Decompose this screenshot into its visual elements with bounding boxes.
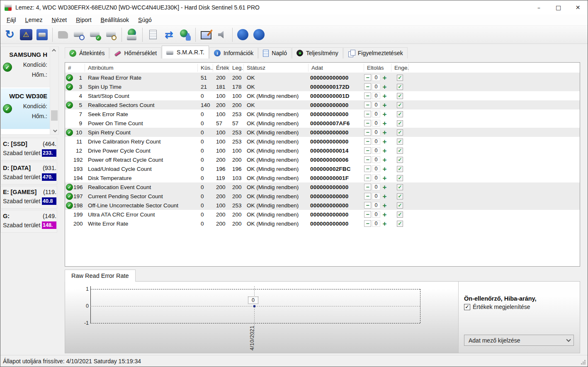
menu-item[interactable]: Fájl <box>2 15 21 25</box>
offset-decrease-button[interactable]: − <box>364 129 371 136</box>
offset-increase-button[interactable]: + <box>381 211 388 218</box>
col-header-offset[interactable]: Eltolás <box>364 64 391 72</box>
data-field-dropdown[interactable]: Adat mező kijelzése <box>464 335 574 346</box>
enabled-checkbox[interactable] <box>397 221 403 227</box>
offset-decrease-button[interactable]: − <box>364 83 371 90</box>
disk-search-button[interactable] <box>103 27 119 43</box>
scrollbar-thumb[interactable] <box>51 110 58 121</box>
offset-increase-button[interactable]: + <box>381 92 388 99</box>
minimize-button[interactable]: – <box>529 0 549 15</box>
smart-attribute-row[interactable]: 196 Reallocation Event Count 0 200 200 O… <box>65 182 580 192</box>
col-header-status[interactable]: Státusz <box>244 64 309 72</box>
offset-decrease-button[interactable]: − <box>364 211 371 218</box>
report-button[interactable] <box>145 27 161 43</box>
enabled-checkbox[interactable] <box>397 139 403 145</box>
col-header-attribute[interactable]: Attribútum <box>85 64 198 72</box>
menu-item[interactable]: Riport <box>71 15 96 25</box>
offset-increase-button[interactable]: + <box>381 102 388 108</box>
scroll-down-icon[interactable] <box>50 127 58 134</box>
smart-attribute-row[interactable]: 199 Ultra ATA CRC Error Count 0 200 200 … <box>65 210 580 219</box>
enabled-checkbox[interactable] <box>397 193 403 199</box>
tab[interactable]: Hőmérséklet <box>109 47 161 58</box>
partition-item[interactable]: D: [DATA] (931. Szabad terület 470. <box>0 162 57 185</box>
show-values-option[interactable]: Értékek megjelenítése <box>464 304 580 310</box>
tab[interactable]: Teljesítmény <box>292 47 343 58</box>
offset-increase-button[interactable]: + <box>381 184 388 190</box>
smart-attribute-row[interactable]: 4 Start/Stop Count 0 100 100 OK (Mindig … <box>65 91 580 100</box>
menu-item[interactable]: Súgó <box>134 15 156 25</box>
tab[interactable]: Információk <box>209 47 258 58</box>
partition-item[interactable]: G: (149. Szabad terület 148. <box>0 210 57 233</box>
enabled-checkbox[interactable] <box>397 84 403 90</box>
enabled-checkbox[interactable] <box>397 93 403 99</box>
enabled-checkbox[interactable] <box>397 120 403 126</box>
disk-card-button[interactable] <box>34 27 50 43</box>
smart-attribute-row[interactable]: 7 Seek Error Rate 0 100 253 OK (Mindig r… <box>65 109 580 119</box>
offset-increase-button[interactable]: + <box>381 83 388 90</box>
smart-attribute-row[interactable]: 194 Disk Temperature 0 119 103 OK (Mindi… <box>65 173 580 182</box>
offset-decrease-button[interactable]: − <box>364 102 371 108</box>
offset-decrease-button[interactable]: − <box>364 92 371 99</box>
smart-attribute-row[interactable]: 12 Drive Power Cycle Count 0 100 100 OK … <box>65 146 580 155</box>
col-header-worst[interactable]: Leg... <box>229 64 244 72</box>
offset-increase-button[interactable]: + <box>381 175 388 181</box>
enabled-checkbox[interactable] <box>397 211 403 218</box>
smart-attribute-row[interactable]: 200 Write Error Rate 0 200 200 OK (Mindi… <box>65 219 580 228</box>
offset-increase-button[interactable]: + <box>381 111 388 117</box>
offset-decrease-button[interactable]: − <box>364 202 371 209</box>
sound-button[interactable] <box>214 27 230 43</box>
globe-user-button[interactable] <box>177 27 193 43</box>
resize-grip-icon[interactable] <box>581 360 586 365</box>
offset-increase-button[interactable]: + <box>381 74 388 81</box>
enabled-checkbox[interactable] <box>397 157 403 163</box>
enabled-checkbox[interactable] <box>397 102 403 108</box>
offset-decrease-button[interactable]: − <box>364 74 371 81</box>
smart-attribute-row[interactable]: 198 Off-Line Uncorrectable Sector Count … <box>65 201 580 210</box>
offset-decrease-button[interactable]: − <box>364 156 371 163</box>
offset-decrease-button[interactable]: − <box>364 175 371 181</box>
offset-decrease-button[interactable]: − <box>364 120 371 126</box>
menu-item[interactable]: Nézet <box>47 15 72 25</box>
offset-increase-button[interactable]: + <box>381 147 388 154</box>
enabled-checkbox[interactable] <box>397 202 403 209</box>
smart-attribute-row[interactable]: 197 Current Pending Sector Count 0 200 2… <box>65 192 580 201</box>
enabled-checkbox[interactable] <box>397 175 403 181</box>
sync-button[interactable] <box>161 27 177 43</box>
maximize-button[interactable]: □ <box>549 0 568 15</box>
data-point[interactable] <box>253 305 255 307</box>
help-button[interactable] <box>235 27 251 43</box>
offset-increase-button[interactable]: + <box>381 129 388 136</box>
smart-attribute-row[interactable]: 10 Spin Retry Count 0 100 253 OK (Mindig… <box>65 128 580 137</box>
smart-attribute-row[interactable]: 3 Spin Up Time 21 181 178 OK 00000000172… <box>65 82 580 91</box>
offset-decrease-button[interactable]: − <box>364 220 371 227</box>
offset-decrease-button[interactable]: − <box>364 111 371 117</box>
col-header-number[interactable]: # <box>65 64 85 72</box>
close-button[interactable]: ✕ <box>568 0 588 15</box>
enabled-checkbox[interactable] <box>397 166 403 172</box>
scrollbar-track[interactable] <box>50 54 58 127</box>
globe-disk-button[interactable] <box>124 27 140 43</box>
col-header-value[interactable]: Érték <box>213 64 229 72</box>
enabled-checkbox[interactable] <box>397 111 403 117</box>
scroll-up-icon[interactable] <box>50 47 58 54</box>
tab[interactable]: Napló <box>258 47 292 58</box>
col-header-threshold[interactable]: Küs... <box>198 64 213 72</box>
disk-clock-button[interactable] <box>71 27 87 43</box>
partition-item[interactable]: E: [GAMES] (119. Szabad terület 40.8 <box>0 186 57 209</box>
offset-decrease-button[interactable]: − <box>364 138 371 145</box>
smart-attribute-row[interactable]: 193 Load/Unload Cycle Count 0 196 196 OK… <box>65 164 580 173</box>
disk-list-scrollbar[interactable] <box>50 47 58 134</box>
enabled-checkbox[interactable] <box>397 148 403 154</box>
smart-attribute-row[interactable]: 1 Raw Read Error Rate 51 200 200 OK 0000… <box>65 73 580 82</box>
col-header-enabled[interactable]: Enge... <box>391 64 409 72</box>
offset-increase-button[interactable]: + <box>381 138 388 145</box>
enabled-checkbox[interactable] <box>397 129 403 136</box>
smart-attribute-row[interactable]: 5 Reallocated Sectors Count 140 200 200 … <box>65 100 580 109</box>
disk-check-button[interactable] <box>87 27 103 43</box>
smart-attribute-row[interactable]: 9 Power On Time Count 0 57 57 OK (Mindig… <box>65 119 580 128</box>
tab[interactable]: Áttekintés <box>65 47 109 58</box>
offset-decrease-button[interactable]: − <box>364 184 371 190</box>
info-button[interactable] <box>251 27 267 43</box>
settings-button[interactable] <box>198 27 214 43</box>
printer-disabled-button[interactable] <box>55 27 71 43</box>
